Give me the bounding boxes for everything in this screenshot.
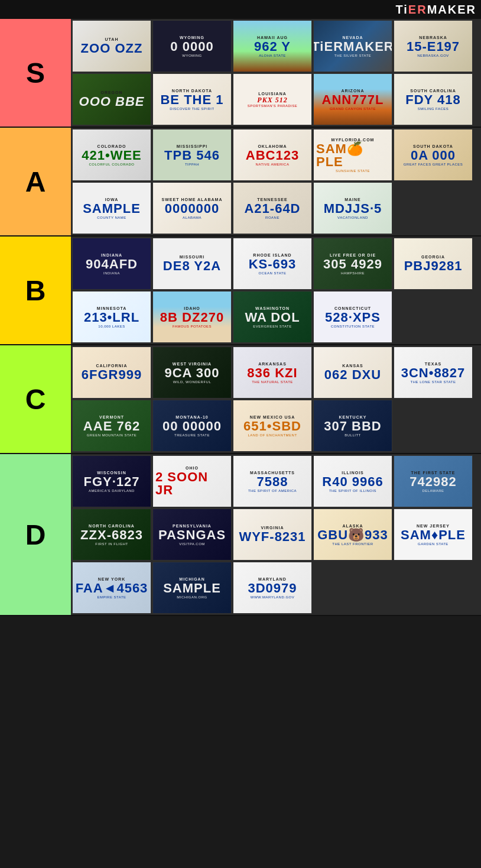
plate-number: TPB 546 xyxy=(164,149,220,162)
plate-sub-label: Green Mountain State xyxy=(87,433,137,437)
plate-sub-label: Discover the Spirit xyxy=(170,107,214,111)
plate-d-2[interactable]: Massachusetts7588The Spirit of America xyxy=(233,455,312,507)
plate-s-5[interactable]: OregonOOO BBE xyxy=(72,73,151,125)
plate-a-0[interactable]: COLORADO421•WEECOLORFUL COLORADO xyxy=(72,129,151,181)
plate-a-7[interactable]: TennesseeA21-64DROANE xyxy=(233,182,312,234)
plate-s-7[interactable]: LouisianaPKX 512Sportsman's Paradise xyxy=(233,73,312,125)
tier-plates-b: INDIANA904AFDINDIANAMissouriDE8 Y2ARhode… xyxy=(71,237,481,344)
plate-number: 528·XPS xyxy=(325,311,381,324)
tier-plates-d: WISCONSINFGY·127America's DairylandOHIO2… xyxy=(71,454,481,615)
plate-number: A21-64D xyxy=(244,202,300,215)
plate-s-8[interactable]: ARIZONAANN777LGRAND CANYON STATE xyxy=(313,73,392,125)
plate-b-8[interactable]: Connecticut528·XPSConstitution State xyxy=(313,291,392,343)
plate-c-1[interactable]: West Virginia9CA 300Wild, Wonderful xyxy=(152,346,232,399)
plate-a-8[interactable]: MAINEMDJJS·5Vacationland xyxy=(313,182,392,234)
plate-c-5[interactable]: VermontAAE 762Green Mountain State xyxy=(72,400,151,452)
plate-a-5[interactable]: IowaSAMPLECOUNTY NAME xyxy=(72,182,151,234)
plate-s-9[interactable]: South CarolinaFDY 418SMILING FACES xyxy=(394,73,473,125)
plate-number: PBJ9281 xyxy=(404,260,463,273)
plate-sub-label: Wild, Wonderful xyxy=(173,380,212,384)
plate-sub-label: GREAT FACES GREAT PLACES xyxy=(404,163,463,166)
plate-number: ANN777L xyxy=(322,93,384,106)
plate-number: AAE 762 xyxy=(83,420,140,433)
plate-s-4[interactable]: NEBRASKA15-E197nebraska.gov xyxy=(394,20,473,72)
plate-number: 836 KZI xyxy=(247,367,297,380)
plate-sub-label: nebraska.gov xyxy=(417,54,449,57)
plate-c-8[interactable]: Kentucky307 BBDBULLITT xyxy=(313,400,392,452)
plate-number: 6FGR999 xyxy=(82,368,142,381)
plate-a-6[interactable]: Sweet Home Alabama0000000Alabama xyxy=(152,182,232,234)
plate-number: 742982 xyxy=(410,475,456,488)
plate-number: 062 DXU xyxy=(324,368,381,381)
plate-number: 213•LRL xyxy=(84,311,139,324)
plate-number: PKX 512 xyxy=(257,96,287,103)
plate-number: MDJJS·5 xyxy=(324,202,382,215)
plate-sub-label: HAMPSHIRE xyxy=(341,271,365,275)
plate-b-4[interactable]: GEORGIAPBJ9281 xyxy=(394,238,473,290)
plate-sub-label: Garden State xyxy=(418,542,448,546)
plate-number: SAMPLE xyxy=(163,582,221,595)
plate-number: 0 0000 xyxy=(170,40,213,53)
plate-number: 00 00000 xyxy=(162,420,222,433)
plate-number: SAM🍊PLE xyxy=(316,142,389,169)
plate-s-6[interactable]: NORTH DAKOTABE THE 1Discover the Spirit xyxy=(152,73,232,125)
plate-d-7[interactable]: VIRGINIAWYF-8231 xyxy=(233,509,312,561)
plate-s-1[interactable]: WYOMING0 0000WYOMING xyxy=(152,20,232,72)
plate-s-3[interactable]: NEVADATiERMAKERTHE SILVER STATE xyxy=(313,20,392,72)
plate-sub-label: The Spirit of America xyxy=(248,489,297,493)
plate-number: 7588 xyxy=(257,475,288,488)
plate-b-6[interactable]: IDAHO8B DZ270FAMOUS POTATOES xyxy=(152,291,232,343)
plate-sub-label: SMILING FACES xyxy=(418,107,449,111)
plate-sub-label: SUNSHINE STATE xyxy=(336,169,370,173)
plate-a-3[interactable]: MYFLORIDA.COMSAM🍊PLESUNSHINE STATE xyxy=(313,129,392,181)
header-bar: TiERMAKER xyxy=(0,0,481,19)
tier-row-d: DWISCONSINFGY·127America's DairylandOHIO… xyxy=(0,454,481,616)
plate-b-5[interactable]: Minnesota213•LRL10,000 lakes xyxy=(72,291,151,343)
plate-sub-label: EMPIRE STATE xyxy=(97,595,126,599)
plate-c-3[interactable]: KANSAS062 DXU xyxy=(313,346,392,399)
plate-d-9[interactable]: New JerseySAM♦PLEGarden State xyxy=(394,509,473,561)
plate-s-0[interactable]: UTAHZOO OZZ xyxy=(72,20,151,72)
tier-label-b: B xyxy=(0,237,71,344)
plate-d-12[interactable]: Maryland3D0979www.maryland.gov xyxy=(233,562,312,614)
plate-number: SAM♦PLE xyxy=(401,529,466,542)
plate-b-1[interactable]: MissouriDE8 Y2A xyxy=(152,238,232,290)
plate-d-6[interactable]: PENNSYLVANIAPASNGASvisitPA.com xyxy=(152,509,232,561)
plate-sub-label: Alabama xyxy=(183,216,202,219)
tier-label-s: S xyxy=(0,19,71,127)
plate-c-7[interactable]: New Mexico USA651•SBDLand of Enchantment xyxy=(233,400,312,452)
plate-b-3[interactable]: LIVE FREE OR DIE305 4929HAMPSHIRE xyxy=(313,238,392,290)
plate-c-2[interactable]: Arkansas836 KZIThe Natural State xyxy=(233,346,312,399)
plate-a-4[interactable]: South Dakota0A 000GREAT FACES GREAT PLAC… xyxy=(394,129,473,181)
plate-a-1[interactable]: MississippiTPB 546TIPPAH xyxy=(152,129,232,181)
plate-number: ZOO OZZ xyxy=(81,42,143,55)
tier-row-c: CCalifornia6FGR999West Virginia9CA 300Wi… xyxy=(0,345,481,454)
plate-number: PASNGAS xyxy=(158,529,226,542)
plate-c-4[interactable]: TEXAS3CN•8827The Lone Star State xyxy=(394,346,473,399)
plate-d-10[interactable]: NEW YORKFAA◄4563EMPIRE STATE xyxy=(72,562,151,614)
plate-sub-label: ALOHA STATE xyxy=(259,54,286,57)
plate-a-2[interactable]: OKLAHOMAABC123NATIVE AMERICA xyxy=(233,129,312,181)
plate-s-2[interactable]: HAWAII AUG962 YALOHA STATE xyxy=(233,20,312,72)
plate-c-6[interactable]: MONTANA-1000 00000TREASURE STATE xyxy=(152,400,232,452)
plate-state-label: Louisiana xyxy=(258,92,287,96)
plate-number: FGY·127 xyxy=(83,475,139,488)
plate-d-4[interactable]: THE FIRST STATE742982DELAWARE xyxy=(394,455,473,507)
plate-d-8[interactable]: ALASKAGBU🐻933THE LAST FRONTIER xyxy=(313,509,392,561)
plate-d-5[interactable]: NORTH CAROLINAZZX-6823First in Flight xyxy=(72,509,151,561)
plate-c-0[interactable]: California6FGR999 xyxy=(72,346,151,399)
plate-d-1[interactable]: OHIO2 SOON JR xyxy=(152,455,232,507)
plate-number: BE THE 1 xyxy=(160,93,223,106)
plate-d-3[interactable]: IllinoisR40 9966The Spirit of Illinois xyxy=(313,455,392,507)
plate-b-0[interactable]: INDIANA904AFDINDIANA xyxy=(72,238,151,290)
plate-number: FDY 418 xyxy=(405,93,460,106)
plate-number: GBU🐻933 xyxy=(317,529,388,542)
plate-number: WYF-8231 xyxy=(239,530,306,543)
plate-number: R40 9966 xyxy=(322,475,383,488)
plate-sub-label: First in Flight xyxy=(95,542,128,546)
plate-b-2[interactable]: Rhode IslandKS-693Ocean State xyxy=(233,238,312,290)
plate-b-7[interactable]: WASHINGTONWA DOLEVERGREEN STATE xyxy=(233,291,312,343)
plate-sub-label: The Lone Star State xyxy=(411,380,456,384)
plate-d-0[interactable]: WISCONSINFGY·127America's Dairyland xyxy=(72,455,151,507)
plate-d-11[interactable]: MichiganSAMPLEmichigan.org xyxy=(152,562,232,614)
